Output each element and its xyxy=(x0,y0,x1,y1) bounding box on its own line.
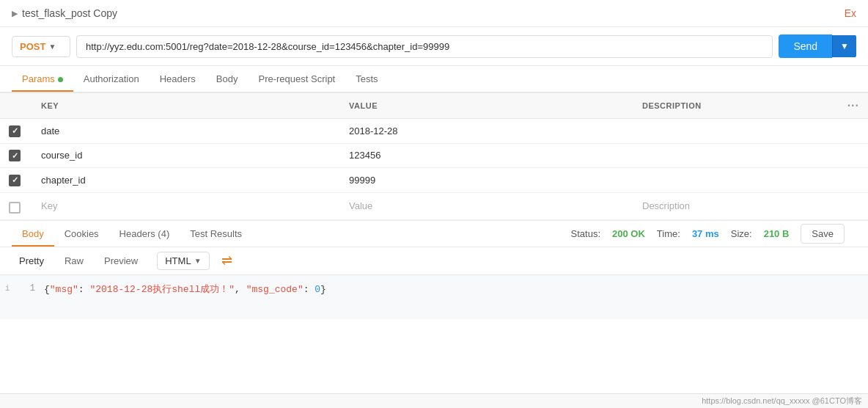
row4-key[interactable]: Key xyxy=(32,192,340,219)
code-text-5: } xyxy=(320,284,326,295)
size-label: Size: xyxy=(731,228,752,239)
row1-check-cell xyxy=(0,119,32,144)
row3-extra xyxy=(839,168,868,193)
send-button-group: Send ▼ xyxy=(779,34,856,58)
params-table: KEY VALUE DESCRIPTION ··· date 2018-12-2… xyxy=(0,92,868,220)
response-tabs-row: Body Cookies Headers (4) Test Results St… xyxy=(0,220,868,247)
send-main-button[interactable]: Send xyxy=(779,34,832,58)
status-label: Status: xyxy=(571,228,600,239)
size-value: 210 B xyxy=(764,228,790,239)
method-chevron-icon: ▼ xyxy=(48,43,56,51)
col-header-check xyxy=(0,93,32,119)
col-header-value: VALUE xyxy=(340,93,633,119)
tab-tests[interactable]: Tests xyxy=(345,66,388,92)
row4-checkbox[interactable] xyxy=(9,202,21,214)
row2-key[interactable]: course_id xyxy=(32,143,340,168)
send-chevron-button[interactable]: ▼ xyxy=(832,35,856,57)
row4-desc[interactable]: Description xyxy=(633,192,839,219)
collection-arrow: ▶ xyxy=(12,9,18,18)
code-line-1: i 1 {"msg": "2018-12-28执行shell成功！", "msg… xyxy=(0,283,868,296)
row3-value[interactable]: 99999 xyxy=(340,168,633,193)
row2-desc[interactable] xyxy=(633,143,839,168)
method-label: POST xyxy=(20,41,45,52)
row1-extra xyxy=(839,119,868,144)
ex-button[interactable]: Ex xyxy=(845,7,856,19)
tab-response-headers[interactable]: Headers (4) xyxy=(109,221,180,247)
top-bar: ▶ test_flask_post Copy Ex xyxy=(0,0,868,27)
request-tabs: Params Authorization Headers Body Pre-re… xyxy=(0,66,868,92)
code-text-1: { xyxy=(44,284,50,295)
footer-credit: https://blog.csdn.net/qq_xxxxx @61CTO博客 xyxy=(702,396,862,407)
wrap-icon[interactable]: ⇌ xyxy=(221,252,232,269)
format-tab-pretty[interactable]: Pretty xyxy=(12,252,51,270)
row1-key[interactable]: date xyxy=(32,119,340,144)
code-content: {"msg": "2018-12-28执行shell成功！", "msg_cod… xyxy=(44,283,326,296)
more-icon[interactable]: ··· xyxy=(847,99,859,112)
time-label: Time: xyxy=(657,228,680,239)
row3-key[interactable]: chapter_id xyxy=(32,168,340,193)
code-val-msg-code: 0 xyxy=(315,284,320,295)
time-value: 37 ms xyxy=(692,228,719,239)
code-val-msg: "2018-12-28执行shell成功！" xyxy=(89,284,235,295)
tab-test-results[interactable]: Test Results xyxy=(180,221,252,247)
tab-headers[interactable]: Headers xyxy=(150,66,206,92)
method-select[interactable]: POST ▼ xyxy=(12,36,70,57)
row3-checkbox[interactable] xyxy=(9,175,21,186)
format-tab-raw[interactable]: Raw xyxy=(57,252,91,270)
code-text-2: : xyxy=(78,284,90,295)
row1-value[interactable]: 2018-12-28 xyxy=(340,119,633,144)
row4-check-cell xyxy=(0,192,32,219)
row3-check-cell xyxy=(0,168,32,193)
row4-extra xyxy=(839,192,868,219)
code-text-4: : xyxy=(304,284,315,295)
col-header-desc: DESCRIPTION xyxy=(633,93,839,119)
line-info-icon: i xyxy=(0,283,15,293)
row1-checkbox[interactable] xyxy=(9,125,21,137)
format-chevron-icon: ▼ xyxy=(194,257,202,265)
response-format-row: Pretty Raw Preview HTML ▼ ⇌ xyxy=(0,247,868,275)
col-header-more: ··· xyxy=(839,93,868,119)
table-row: course_id 123456 xyxy=(0,143,868,168)
tab-pre-request-script[interactable]: Pre-request Script xyxy=(248,66,345,92)
tab-response-body[interactable]: Body xyxy=(12,221,54,247)
save-button[interactable]: Save xyxy=(801,224,845,244)
format-type-selector[interactable]: HTML ▼ xyxy=(157,252,209,270)
code-text-3: , xyxy=(235,284,246,295)
footer-bar: https://blog.csdn.net/qq_xxxxx @61CTO博客 xyxy=(0,393,868,408)
tab-authorization[interactable]: Authorization xyxy=(73,66,150,92)
collection-title: test_flask_post Copy xyxy=(22,7,117,19)
table-row: date 2018-12-28 xyxy=(0,119,868,144)
row2-check-cell xyxy=(0,143,32,168)
request-bar: POST ▼ Send ▼ xyxy=(0,27,868,66)
row2-value[interactable]: 123456 xyxy=(340,143,633,168)
row3-desc[interactable] xyxy=(633,168,839,193)
col-header-key: KEY xyxy=(32,93,340,119)
table-row-placeholder: Key Value Description xyxy=(0,192,868,219)
code-key-msg-code: "msg_code" xyxy=(246,284,304,295)
tab-cookies[interactable]: Cookies xyxy=(54,221,109,247)
format-type-label: HTML xyxy=(165,255,191,266)
code-key-msg: "msg" xyxy=(50,284,78,295)
row2-extra xyxy=(839,143,868,168)
row4-value[interactable]: Value xyxy=(340,192,633,219)
line-number: 1 xyxy=(15,283,44,294)
url-input[interactable] xyxy=(76,35,773,58)
code-area: i 1 {"msg": "2018-12-28执行shell成功！", "msg… xyxy=(0,275,868,319)
tab-body[interactable]: Body xyxy=(206,66,249,92)
row2-checkbox[interactable] xyxy=(9,150,21,161)
row1-desc[interactable] xyxy=(633,119,839,144)
collection-name: ▶ test_flask_post Copy xyxy=(12,7,117,19)
response-status-bar: Status: 200 OK Time: 37 ms Size: 210 B S… xyxy=(559,224,856,244)
table-row: chapter_id 99999 xyxy=(0,168,868,193)
format-tab-preview[interactable]: Preview xyxy=(97,252,145,270)
status-value: 200 OK xyxy=(612,228,645,239)
tab-params[interactable]: Params xyxy=(12,66,73,92)
params-dot xyxy=(58,77,63,82)
